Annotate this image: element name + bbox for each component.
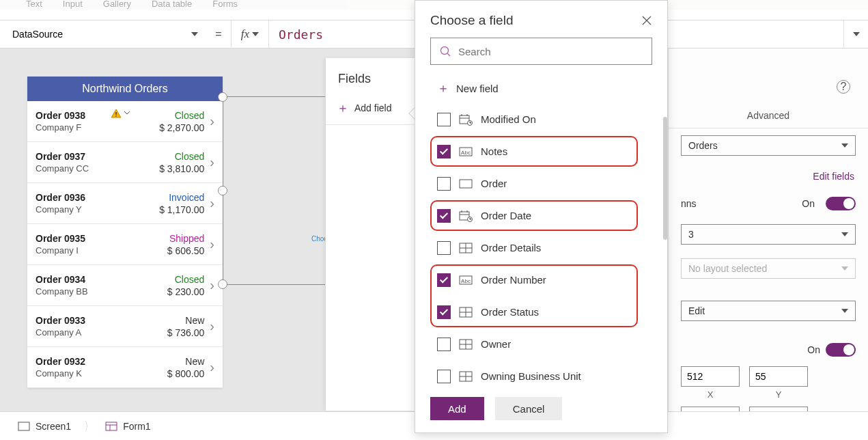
gallery-row[interactable]: Order 0935 Company I Shipped $ 606.50 › — [27, 224, 223, 265]
edit-fields-link[interactable]: Edit fields — [669, 163, 868, 190]
gallery-row[interactable]: Order 0934 Company BB Closed $ 230.00 › — [27, 265, 223, 306]
order-status: Shipped — [167, 233, 205, 244]
svg-text:Abc: Abc — [461, 278, 471, 284]
cancel-button[interactable]: Cancel — [495, 397, 563, 420]
field-type-icon — [459, 210, 473, 222]
order-status: New — [167, 315, 205, 326]
svg-rect-7 — [460, 180, 472, 188]
ribbon-item[interactable]: Forms — [212, 0, 238, 10]
chevron-down-icon — [841, 309, 848, 313]
columns-select[interactable]: 3 — [681, 224, 856, 245]
checkbox[interactable] — [437, 338, 451, 351]
gallery-row[interactable]: Order 0932 Company K New $ 800.00 › — [27, 347, 223, 388]
snap-toggle[interactable] — [826, 197, 856, 210]
popup-title: Choose a field — [430, 13, 513, 28]
orders-gallery[interactable]: Northwind Orders Order 0938 Company F Cl… — [27, 77, 223, 388]
property-selector[interactable]: DataSource — [4, 20, 206, 48]
default-mode-select[interactable]: Edit — [681, 301, 856, 321]
order-title: Order 0935 — [36, 233, 167, 244]
crumb-separator: 〉 — [85, 418, 92, 435]
checkbox[interactable] — [437, 305, 451, 319]
gallery-row[interactable]: Order 0933 Company A New $ 736.00 › — [27, 306, 223, 347]
field-label: Order Date — [481, 210, 531, 221]
checkbox[interactable] — [437, 273, 451, 287]
field-item[interactable]: Owning Business Unit — [430, 360, 652, 387]
order-amount: $ 1,170.00 — [159, 204, 204, 215]
field-type-icon: Abc — [459, 146, 473, 158]
y-label: Y — [749, 389, 808, 400]
choose-field-popup: Choose a field ＋ New field Modified On A… — [415, 0, 668, 433]
svg-text:Abc: Abc — [461, 150, 471, 156]
field-item[interactable]: Owner — [430, 328, 652, 360]
gallery-row[interactable]: Order 0937 Company CC Closed $ 3,810.00 … — [27, 142, 223, 183]
field-item[interactable]: Abc Order Number — [430, 264, 652, 296]
field-item[interactable]: Modified On — [430, 103, 652, 135]
order-company: Company I — [36, 245, 167, 256]
crumb-form[interactable]: Form1 — [98, 417, 157, 436]
field-label: Order Number — [481, 274, 546, 286]
close-icon — [641, 15, 652, 26]
add-field-button[interactable]: ＋ Add field — [326, 92, 415, 125]
svg-rect-16 — [18, 422, 29, 430]
layout-select: No layout selected — [681, 258, 856, 279]
checkbox[interactable] — [437, 113, 451, 126]
order-status: New — [167, 356, 205, 367]
chevron-right-icon: › — [210, 154, 214, 170]
order-title: Order 0938 — [36, 110, 159, 121]
resize-handle[interactable] — [218, 186, 227, 195]
gallery-row[interactable]: Order 0936 Company Y Invoiced $ 1,170.00… — [27, 183, 223, 224]
ribbon-item[interactable]: Data table — [152, 0, 192, 10]
add-button[interactable]: Add — [430, 397, 484, 420]
field-list[interactable]: Modified On Abc Notes Order Order Date O… — [415, 103, 667, 387]
checkbox[interactable] — [437, 145, 451, 159]
snap-columns-label: nns — [681, 198, 697, 209]
search-field[interactable] — [430, 38, 652, 65]
new-field-button[interactable]: ＋ New field — [415, 73, 667, 103]
help-button[interactable]: ? — [837, 80, 850, 94]
order-status: Closed — [159, 151, 204, 162]
search-input[interactable] — [458, 46, 643, 57]
expand-formula-button[interactable] — [843, 20, 868, 48]
close-button[interactable] — [641, 15, 652, 26]
field-item[interactable]: Order Details — [430, 232, 652, 264]
checkbox[interactable] — [437, 370, 451, 383]
data-source-value: Orders — [688, 140, 718, 151]
search-icon — [439, 45, 451, 57]
pos-x-input[interactable] — [681, 366, 740, 387]
fx-button[interactable]: fx — [231, 20, 269, 48]
checkbox[interactable] — [437, 241, 451, 255]
scrollbar[interactable] — [663, 117, 667, 240]
field-label: Order Status — [481, 306, 539, 318]
field-item[interactable]: Abc Notes — [430, 135, 652, 167]
order-company: Company A — [36, 327, 167, 338]
pos-y-input[interactable] — [749, 366, 808, 387]
field-label: Owning Business Unit — [481, 370, 581, 382]
field-label: Modified On — [481, 113, 536, 125]
field-item[interactable]: Order Date — [430, 200, 652, 232]
checkbox[interactable] — [437, 209, 451, 223]
ribbon-item[interactable]: Gallery — [103, 0, 131, 10]
visible-toggle[interactable] — [826, 343, 856, 357]
ribbon-item[interactable]: Input — [63, 0, 83, 10]
field-item[interactable]: Order Status — [430, 296, 652, 328]
ribbon-item[interactable]: Text — [26, 0, 42, 10]
field-type-icon: Abc — [459, 274, 473, 286]
checkbox[interactable] — [437, 177, 451, 191]
chevron-right-icon: › — [210, 359, 214, 375]
gallery-row[interactable]: Order 0938 Company F Closed $ 2,870.00 › — [27, 101, 223, 142]
mode-value: Edit — [688, 305, 705, 316]
screen-icon — [18, 422, 30, 431]
field-type-icon — [459, 306, 473, 318]
crumb-screen[interactable]: Screen1 — [11, 417, 78, 436]
resize-handle[interactable] — [218, 92, 227, 102]
field-item[interactable]: Order — [430, 167, 652, 200]
properties-pane: ? Advanced Orders Edit fields nns On 3 N… — [668, 49, 868, 411]
add-field-label: Add field — [354, 102, 391, 113]
chevron-down-icon — [841, 143, 848, 148]
layout-placeholder: No layout selected — [688, 263, 767, 274]
order-title: Order 0934 — [36, 274, 167, 285]
resize-handle[interactable] — [218, 279, 227, 289]
tab-advanced[interactable]: Advanced — [669, 103, 868, 128]
property-name: DataSource — [12, 29, 63, 40]
data-source-select[interactable]: Orders — [681, 135, 856, 156]
